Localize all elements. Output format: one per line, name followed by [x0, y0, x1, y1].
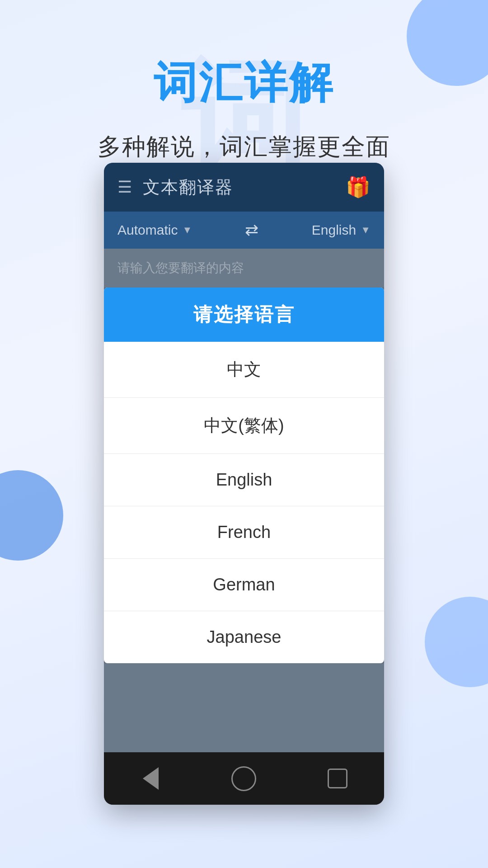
back-button[interactable]: [132, 765, 169, 792]
dialog-header: 请选择语言: [104, 288, 384, 342]
app-window: ☰ 文本翻译器 🎁 Automatic ▼ ⇄ English ▼ 请输入您要翻…: [104, 163, 384, 805]
gray-area: [104, 663, 384, 752]
phone-container: ☰ 文本翻译器 🎁 Automatic ▼ ⇄ English ▼ 请输入您要翻…: [104, 163, 384, 805]
hamburger-icon[interactable]: ☰: [117, 178, 132, 197]
dialog-overlay: 请选择语言 中文中文(繁体)EnglishFrenchGermanJapanes…: [104, 288, 384, 752]
dialog-header-text: 请选择语言: [113, 302, 375, 327]
dialog-item-5[interactable]: Japanese: [104, 611, 384, 663]
bottom-nav: [104, 752, 384, 805]
source-lang-label: Automatic: [117, 222, 178, 238]
recents-button[interactable]: [319, 765, 356, 792]
dialog-box: 请选择语言 中文中文(繁体)EnglishFrenchGermanJapanes…: [104, 288, 384, 663]
target-lang-arrow: ▼: [361, 224, 371, 236]
dialog-item-2[interactable]: English: [104, 454, 384, 506]
dialog-item-4[interactable]: German: [104, 559, 384, 611]
dialog-item-3[interactable]: French: [104, 506, 384, 559]
lang-bar: Automatic ▼ ⇄ English ▼: [104, 212, 384, 249]
hero-section: 词汇详解 多种解说，词汇掌握更全面: [0, 0, 488, 163]
input-placeholder: 请输入您要翻译的内容: [117, 259, 371, 277]
gift-icon[interactable]: 🎁: [346, 175, 371, 199]
recents-icon: [328, 769, 347, 788]
bg-circle-bottom-left: [0, 470, 63, 561]
source-lang-selector[interactable]: Automatic ▼: [117, 222, 192, 238]
swap-icon[interactable]: ⇄: [245, 221, 258, 240]
hero-title: 词汇详解: [0, 54, 488, 113]
dialog-items-container: 中文中文(繁体)EnglishFrenchGermanJapanese: [104, 342, 384, 663]
target-lang-selector[interactable]: English ▼: [312, 222, 371, 238]
target-lang-label: English: [312, 222, 356, 238]
app-title: 文本翻译器: [143, 176, 233, 199]
source-lang-arrow: ▼: [182, 224, 192, 236]
back-icon: [143, 767, 159, 790]
bg-circle-bottom-right: [425, 597, 488, 687]
nav-bar: ☰ 文本翻译器 🎁: [104, 163, 384, 212]
hero-subtitle: 多种解说，词汇掌握更全面: [0, 131, 488, 163]
dialog-item-1[interactable]: 中文(繁体): [104, 398, 384, 454]
home-button[interactable]: [226, 765, 262, 792]
nav-left: ☰ 文本翻译器: [117, 176, 233, 199]
translator-content: 请输入您要翻译的内容: [104, 249, 384, 288]
dialog-item-0[interactable]: 中文: [104, 342, 384, 398]
home-icon: [231, 766, 256, 791]
